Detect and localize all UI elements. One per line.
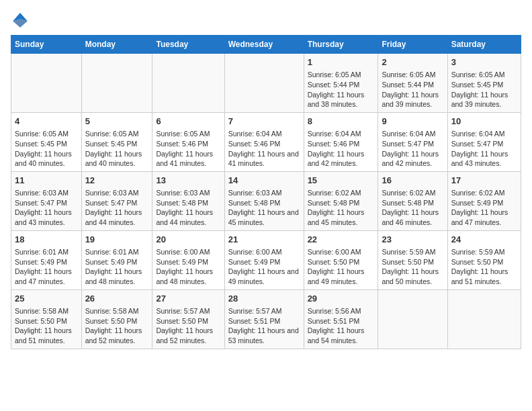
cell-info: Sunrise: 6:03 AMSunset: 5:47 PMDaylight:… <box>15 188 78 228</box>
calendar-cell: 1Sunrise: 6:05 AMSunset: 5:44 PMDaylight… <box>304 54 378 113</box>
calendar-cell: 23Sunrise: 5:59 AMSunset: 5:50 PMDayligh… <box>378 230 447 289</box>
calendar-cell: 8Sunrise: 6:04 AMSunset: 5:46 PMDaylight… <box>304 112 378 171</box>
calendar-cell: 21Sunrise: 6:00 AMSunset: 5:49 PMDayligh… <box>224 230 304 289</box>
calendar-cell: 18Sunrise: 6:01 AMSunset: 5:49 PMDayligh… <box>11 230 82 289</box>
day-number: 27 <box>156 293 220 305</box>
calendar-cell <box>11 54 82 113</box>
calendar-cell: 17Sunrise: 6:02 AMSunset: 5:49 PMDayligh… <box>447 171 521 230</box>
cell-info: Sunrise: 6:05 AMSunset: 5:45 PMDaylight:… <box>15 129 78 169</box>
day-number: 17 <box>451 175 517 187</box>
cell-info: Sunrise: 6:04 AMSunset: 5:47 PMDaylight:… <box>451 129 517 169</box>
day-number: 16 <box>382 175 443 187</box>
cell-info: Sunrise: 6:00 AMSunset: 5:49 PMDaylight:… <box>228 247 300 287</box>
cell-info: Sunrise: 6:02 AMSunset: 5:49 PMDaylight:… <box>451 188 517 228</box>
calendar-cell: 12Sunrise: 6:03 AMSunset: 5:47 PMDayligh… <box>81 171 152 230</box>
day-number: 20 <box>156 234 220 246</box>
day-number: 21 <box>228 234 300 246</box>
day-number: 11 <box>15 175 78 187</box>
cell-info: Sunrise: 6:01 AMSunset: 5:49 PMDaylight:… <box>85 247 149 287</box>
day-number: 28 <box>228 293 300 305</box>
cell-info: Sunrise: 6:05 AMSunset: 5:46 PMDaylight:… <box>156 129 220 169</box>
calendar-cell <box>81 54 152 113</box>
calendar-cell: 29Sunrise: 5:56 AMSunset: 5:51 PMDayligh… <box>304 289 378 349</box>
day-number: 1 <box>308 56 375 68</box>
calendar-cell <box>447 289 521 349</box>
calendar-week-row: 4Sunrise: 6:05 AMSunset: 5:45 PMDaylight… <box>11 112 521 171</box>
day-number: 8 <box>308 116 375 128</box>
calendar-cell: 19Sunrise: 6:01 AMSunset: 5:49 PMDayligh… <box>81 230 152 289</box>
day-number: 26 <box>85 293 149 305</box>
day-number: 19 <box>85 234 149 246</box>
calendar-cell: 15Sunrise: 6:02 AMSunset: 5:48 PMDayligh… <box>304 171 378 230</box>
day-number: 9 <box>382 116 443 128</box>
day-number: 12 <box>85 175 149 187</box>
cell-info: Sunrise: 5:57 AMSunset: 5:51 PMDaylight:… <box>228 306 300 346</box>
cell-info: Sunrise: 6:04 AMSunset: 5:46 PMDaylight:… <box>228 129 300 169</box>
header-day: Sunday <box>11 36 82 54</box>
calendar-cell: 16Sunrise: 6:02 AMSunset: 5:48 PMDayligh… <box>378 171 447 230</box>
day-number: 13 <box>156 175 220 187</box>
cell-info: Sunrise: 6:00 AMSunset: 5:49 PMDaylight:… <box>156 247 220 287</box>
calendar-cell: 14Sunrise: 6:03 AMSunset: 5:48 PMDayligh… <box>224 171 304 230</box>
calendar-cell: 2Sunrise: 6:05 AMSunset: 5:44 PMDaylight… <box>378 54 447 113</box>
cell-info: Sunrise: 5:58 AMSunset: 5:50 PMDaylight:… <box>15 306 78 346</box>
calendar-cell <box>224 54 304 113</box>
cell-info: Sunrise: 5:57 AMSunset: 5:50 PMDaylight:… <box>156 306 220 346</box>
calendar-cell: 25Sunrise: 5:58 AMSunset: 5:50 PMDayligh… <box>11 289 82 349</box>
calendar-cell: 5Sunrise: 6:05 AMSunset: 5:45 PMDaylight… <box>81 112 152 171</box>
day-number: 29 <box>308 293 375 305</box>
day-number: 10 <box>451 116 517 128</box>
cell-info: Sunrise: 6:05 AMSunset: 5:45 PMDaylight:… <box>451 70 517 109</box>
day-number: 4 <box>15 116 78 128</box>
calendar-cell: 24Sunrise: 5:59 AMSunset: 5:50 PMDayligh… <box>447 230 521 289</box>
calendar-cell <box>378 289 447 349</box>
calendar-cell: 22Sunrise: 6:00 AMSunset: 5:50 PMDayligh… <box>304 230 378 289</box>
calendar-cell: 6Sunrise: 6:05 AMSunset: 5:46 PMDaylight… <box>152 112 224 171</box>
cell-info: Sunrise: 5:58 AMSunset: 5:50 PMDaylight:… <box>85 306 149 346</box>
calendar-cell: 20Sunrise: 6:00 AMSunset: 5:49 PMDayligh… <box>152 230 224 289</box>
calendar-cell: 10Sunrise: 6:04 AMSunset: 5:47 PMDayligh… <box>447 112 521 171</box>
day-number: 6 <box>156 116 220 128</box>
cell-info: Sunrise: 6:02 AMSunset: 5:48 PMDaylight:… <box>382 188 443 228</box>
cell-info: Sunrise: 6:05 AMSunset: 5:44 PMDaylight:… <box>382 70 443 109</box>
logo-icon <box>11 11 30 30</box>
cell-info: Sunrise: 6:05 AMSunset: 5:44 PMDaylight:… <box>308 70 375 109</box>
cell-info: Sunrise: 5:56 AMSunset: 5:51 PMDaylight:… <box>308 306 375 346</box>
cell-info: Sunrise: 6:04 AMSunset: 5:46 PMDaylight:… <box>308 129 375 169</box>
header-day: Monday <box>81 36 152 54</box>
calendar-cell: 9Sunrise: 6:04 AMSunset: 5:47 PMDaylight… <box>378 112 447 171</box>
calendar-week-row: 11Sunrise: 6:03 AMSunset: 5:47 PMDayligh… <box>11 171 521 230</box>
day-number: 3 <box>451 56 517 68</box>
calendar-cell: 7Sunrise: 6:04 AMSunset: 5:46 PMDaylight… <box>224 112 304 171</box>
logo <box>11 11 32 30</box>
day-number: 24 <box>451 234 517 246</box>
cell-info: Sunrise: 6:02 AMSunset: 5:48 PMDaylight:… <box>308 188 375 228</box>
cell-info: Sunrise: 6:01 AMSunset: 5:49 PMDaylight:… <box>15 247 78 287</box>
header-day: Tuesday <box>152 36 224 54</box>
calendar-cell: 11Sunrise: 6:03 AMSunset: 5:47 PMDayligh… <box>11 171 82 230</box>
header-row: SundayMondayTuesdayWednesdayThursdayFrid… <box>11 36 521 54</box>
day-number: 22 <box>308 234 375 246</box>
day-number: 14 <box>228 175 300 187</box>
cell-info: Sunrise: 6:03 AMSunset: 5:48 PMDaylight:… <box>228 188 300 228</box>
calendar-cell: 3Sunrise: 6:05 AMSunset: 5:45 PMDaylight… <box>447 54 521 113</box>
calendar-table: SundayMondayTuesdayWednesdayThursdayFrid… <box>11 35 521 349</box>
cell-info: Sunrise: 6:05 AMSunset: 5:45 PMDaylight:… <box>85 129 149 169</box>
day-number: 2 <box>382 56 443 68</box>
calendar-cell: 26Sunrise: 5:58 AMSunset: 5:50 PMDayligh… <box>81 289 152 349</box>
calendar-cell: 4Sunrise: 6:05 AMSunset: 5:45 PMDaylight… <box>11 112 82 171</box>
calendar-week-row: 18Sunrise: 6:01 AMSunset: 5:49 PMDayligh… <box>11 230 521 289</box>
header-day: Wednesday <box>224 36 304 54</box>
page-header <box>11 11 521 30</box>
cell-info: Sunrise: 6:00 AMSunset: 5:50 PMDaylight:… <box>308 247 375 287</box>
day-number: 25 <box>15 293 78 305</box>
day-number: 7 <box>228 116 300 128</box>
calendar-cell: 27Sunrise: 5:57 AMSunset: 5:50 PMDayligh… <box>152 289 224 349</box>
day-number: 5 <box>85 116 149 128</box>
calendar-cell: 28Sunrise: 5:57 AMSunset: 5:51 PMDayligh… <box>224 289 304 349</box>
day-number: 23 <box>382 234 443 246</box>
cell-info: Sunrise: 6:03 AMSunset: 5:48 PMDaylight:… <box>156 188 220 228</box>
cell-info: Sunrise: 5:59 AMSunset: 5:50 PMDaylight:… <box>382 247 443 287</box>
cell-info: Sunrise: 6:03 AMSunset: 5:47 PMDaylight:… <box>85 188 149 228</box>
calendar-week-row: 25Sunrise: 5:58 AMSunset: 5:50 PMDayligh… <box>11 289 521 349</box>
